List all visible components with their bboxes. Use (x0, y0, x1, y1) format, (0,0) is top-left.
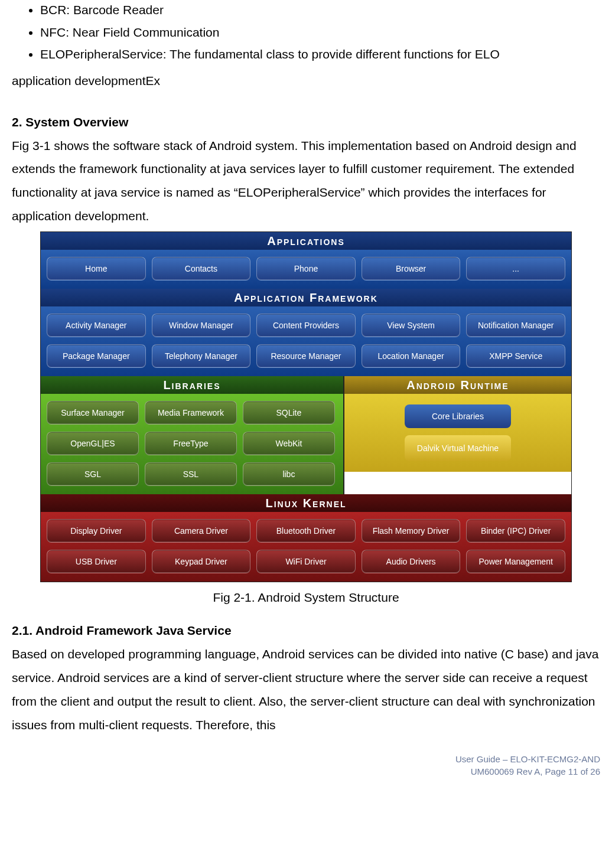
app-pill: Browser (362, 257, 461, 280)
diagram-framework-title: Application Framework (41, 289, 571, 306)
lib-pill: FreeType (145, 432, 237, 455)
kernel-pill: Flash Memory Driver (362, 519, 461, 543)
diagram-libraries-title: Libraries (41, 376, 343, 394)
lib-pill: SQLite (243, 401, 335, 425)
kernel-pill: Keypad Driver (152, 550, 251, 573)
diagram-runtime: Android Runtime Core Libraries Dalvik Vi… (343, 376, 571, 494)
footer-line-1: User Guide – ELO-KIT-ECMG2-AND (12, 753, 600, 765)
section-2-1-heading: 2.1. Android Framework Java Service (12, 619, 600, 642)
fw-pill: XMPP Service (466, 344, 565, 368)
diagram-framework: Application Framework Activity Manager W… (41, 289, 571, 376)
bullet-list: BCR: Barcode Reader NFC: Near Field Comm… (12, 0, 600, 64)
kernel-pill: USB Driver (47, 550, 146, 573)
runtime-pill: Core Libraries (405, 404, 511, 428)
diagram-kernel-title: Linux Kernel (41, 494, 571, 512)
app-pill: ... (466, 257, 565, 280)
kernel-pill: Binder (IPC) Driver (466, 519, 565, 543)
diagram-kernel: Linux Kernel Display Driver Camera Drive… (41, 494, 571, 582)
figure-caption: Fig 2-1. Android System Structure (12, 586, 600, 609)
fw-pill: View System (362, 314, 461, 337)
fw-pill: Notification Manager (466, 314, 565, 337)
lib-pill: SGL (47, 462, 139, 486)
bullet-continuation: application developmentEx (12, 69, 600, 93)
runtime-pill: Dalvik Virtual Machine (405, 435, 511, 461)
diagram-applications: Applications Home Contacts Phone Browser… (41, 232, 571, 289)
section-2-paragraph: Fig 3-1 shows the software stack of Andr… (12, 134, 600, 229)
app-pill: Home (47, 257, 146, 280)
section-2-1-paragraph: Based on developed programming language,… (12, 642, 600, 737)
lib-pill: libc (243, 462, 335, 486)
footer-line-2: UM600069 Rev A, Page 11 of 26 (12, 765, 600, 778)
fw-pill: Resource Manager (256, 344, 356, 368)
fw-pill: Content Providers (256, 314, 356, 337)
lib-pill: SSL (145, 462, 237, 486)
kernel-pill: Audio Drivers (362, 550, 461, 573)
kernel-pill: Display Driver (47, 519, 146, 543)
fw-pill: Package Manager (47, 344, 146, 368)
android-architecture-diagram: Applications Home Contacts Phone Browser… (40, 231, 572, 582)
lib-pill: Surface Manager (47, 401, 139, 425)
diagram-applications-title: Applications (41, 232, 571, 250)
bullet-item: NFC: Near Field Communication (40, 22, 600, 43)
fw-pill: Window Manager (152, 314, 251, 337)
kernel-pill: Power Management (466, 550, 565, 573)
lib-pill: Media Framework (145, 401, 237, 425)
section-2-heading: 2. System Overview (12, 110, 600, 134)
kernel-pill: Bluetooth Driver (256, 519, 356, 543)
kernel-pill: Camera Driver (152, 519, 251, 543)
diagram-split: Libraries Surface Manager Media Framewor… (41, 376, 571, 494)
diagram-runtime-title: Android Runtime (344, 376, 571, 394)
app-pill: Contacts (152, 257, 251, 280)
diagram-libraries: Libraries Surface Manager Media Framewor… (41, 376, 343, 494)
fw-pill: Location Manager (362, 344, 461, 368)
lib-pill: WebKit (243, 432, 335, 455)
page-footer: User Guide – ELO-KIT-ECMG2-AND UM600069 … (12, 753, 600, 778)
fw-pill: Telephony Manager (152, 344, 251, 368)
bullet-item: ELOPeripheralService: The fundamental cl… (40, 44, 600, 64)
fw-pill: Activity Manager (47, 314, 146, 337)
lib-pill: OpenGL|ES (47, 432, 139, 455)
app-pill: Phone (256, 257, 356, 280)
kernel-pill: WiFi Driver (256, 550, 356, 573)
bullet-item: BCR: Barcode Reader (40, 0, 600, 20)
